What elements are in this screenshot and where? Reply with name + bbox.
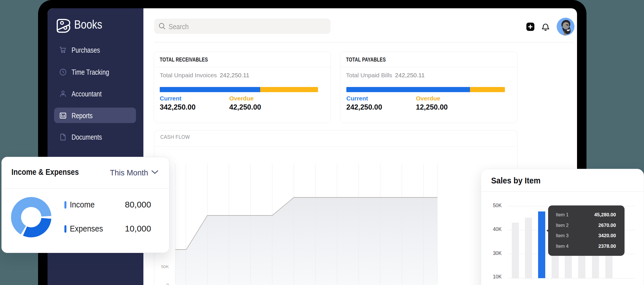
svg-text:50K: 50K <box>161 264 169 269</box>
svg-text:0: 0 <box>166 282 169 285</box>
